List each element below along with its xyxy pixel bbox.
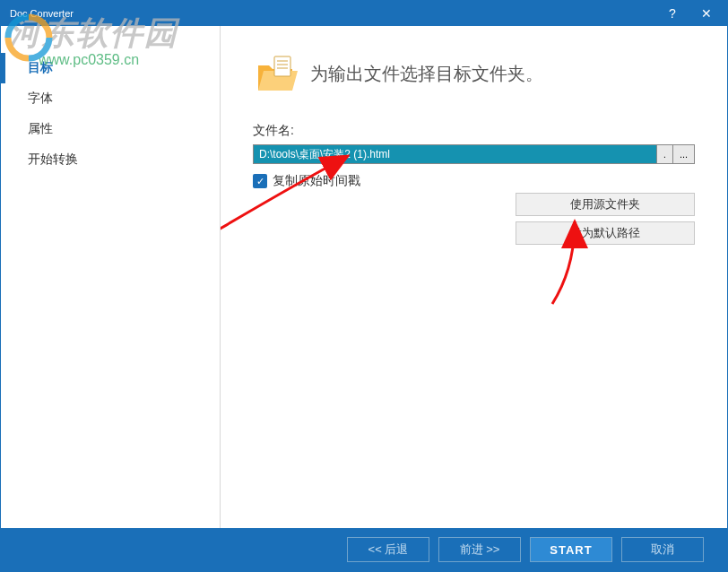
side-buttons: 使用源文件夹 设为默认路径 xyxy=(516,193,695,245)
sidebar-item-font[interactable]: 字体 xyxy=(1,83,220,114)
filename-field: 文件名: . ... xyxy=(253,123,695,164)
sidebar-item-start-convert[interactable]: 开始转换 xyxy=(1,144,220,175)
close-button[interactable]: ✕ xyxy=(689,1,724,26)
body: 目标 字体 属性 开始转换 为输出文件选择目标文件夹。 文件名: xyxy=(1,26,727,528)
folder-icon xyxy=(253,53,298,94)
path-template-button[interactable]: . xyxy=(656,145,672,163)
window-title: Doc Converter xyxy=(10,8,655,19)
filename-input[interactable] xyxy=(254,145,656,163)
set-default-path-button[interactable]: 设为默认路径 xyxy=(516,221,695,245)
checkbox-icon: ✓ xyxy=(253,174,267,188)
help-button[interactable]: ? xyxy=(655,1,689,26)
start-button[interactable]: START xyxy=(530,537,612,562)
titlebar: Doc Converter ? ✕ xyxy=(1,1,727,26)
footer: << 后退 前进 >> START 取消 xyxy=(1,528,727,571)
main-panel: 为输出文件选择目标文件夹。 文件名: . ... ✓ 复制原始时间戳 使用源文件… xyxy=(221,26,727,528)
use-source-folder-button[interactable]: 使用源文件夹 xyxy=(516,193,695,216)
page-header: 为输出文件选择目标文件夹。 xyxy=(253,53,695,94)
browse-button[interactable]: ... xyxy=(672,145,694,163)
checkbox-label: 复制原始时间戳 xyxy=(273,173,360,189)
cancel-button[interactable]: 取消 xyxy=(621,537,704,562)
annotation-arrows xyxy=(221,26,727,528)
page-heading: 为输出文件选择目标文件夹。 xyxy=(310,62,543,86)
sidebar-item-attributes[interactable]: 属性 xyxy=(1,114,220,144)
sidebar: 目标 字体 属性 开始转换 xyxy=(1,26,221,528)
svg-rect-0 xyxy=(274,56,290,76)
copy-timestamp-row[interactable]: ✓ 复制原始时间戳 xyxy=(253,173,695,189)
next-button[interactable]: 前进 >> xyxy=(438,537,521,562)
sidebar-item-target[interactable]: 目标 xyxy=(1,53,220,83)
filename-label: 文件名: xyxy=(253,123,695,139)
filename-row: . ... xyxy=(253,144,695,164)
back-button[interactable]: << 后退 xyxy=(347,537,429,562)
